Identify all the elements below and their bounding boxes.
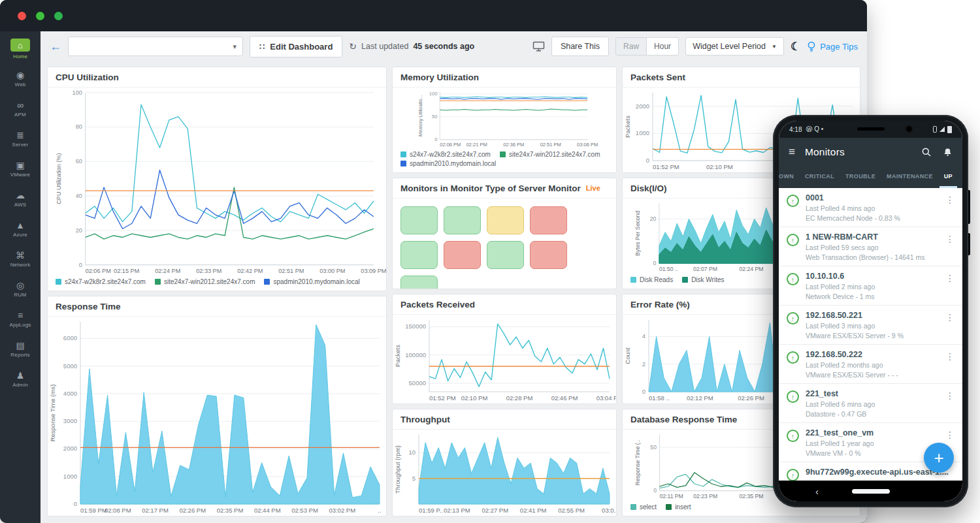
vibrate-icon bbox=[933, 126, 937, 133]
chevron-down-icon: ▼ bbox=[772, 44, 777, 50]
svg-text:20: 20 bbox=[650, 215, 657, 222]
monitor-tiles bbox=[393, 198, 616, 289]
status-up-icon: ↑ bbox=[787, 195, 799, 207]
svg-text:03:0..: 03:0.. bbox=[602, 507, 616, 514]
response-time-chart: 0100020003000400050006000Response Time (… bbox=[48, 317, 386, 516]
monitor-tile-red[interactable] bbox=[444, 241, 481, 269]
list-item[interactable]: ↑ 192.168.50.222 Last Polled 2 months ag… bbox=[779, 345, 962, 384]
share-this-button[interactable]: Share This bbox=[551, 37, 609, 56]
monitor-polled: Last Polled 3 mins ago bbox=[806, 322, 939, 330]
tab-maintenance[interactable]: MAINTENANCE bbox=[882, 166, 938, 188]
bell-icon[interactable] bbox=[943, 147, 953, 157]
last-updated-value: 45 seconds ago bbox=[413, 42, 474, 51]
lightbulb-icon bbox=[807, 41, 816, 52]
globe-icon: ◉ bbox=[16, 71, 24, 80]
svg-text:CPU Utilization (%): CPU Utilization (%) bbox=[56, 153, 62, 204]
widget-monitors-grid: Monitors in Monitor Type of Server Monit… bbox=[392, 178, 617, 289]
back-button[interactable]: ← bbox=[50, 40, 61, 54]
tab-critical[interactable]: CRITICAL bbox=[800, 166, 839, 188]
chevron-down-icon: ▾ bbox=[233, 42, 237, 51]
sidebar-item-azure[interactable]: ▲ Azure bbox=[0, 214, 41, 244]
widget-response-time: Response Time 0100020003000400050006000R… bbox=[47, 296, 387, 516]
tab-up[interactable]: UP bbox=[939, 166, 957, 188]
list-item[interactable]: ↑ 10.10.10.6 Last Polled 2 mins ago Netw… bbox=[779, 266, 962, 306]
window-zoom-button[interactable] bbox=[54, 12, 63, 20]
kebab-menu-icon[interactable]: ⋮ bbox=[945, 272, 955, 300]
azure-icon: ▲ bbox=[16, 221, 25, 230]
kebab-menu-icon[interactable]: ⋮ bbox=[945, 350, 955, 379]
svg-text:1000: 1000 bbox=[63, 473, 77, 480]
raw-toggle[interactable]: Raw bbox=[616, 38, 647, 55]
add-monitor-fab[interactable]: + bbox=[924, 443, 954, 473]
sidebar-item-vmware[interactable]: ▣ VMware bbox=[0, 154, 41, 184]
kebab-menu-icon[interactable]: ⋮ bbox=[945, 193, 955, 222]
svg-text:01:52 PM: 01:52 PM bbox=[653, 163, 679, 170]
svg-text:03:09 PM: 03:09 PM bbox=[361, 268, 386, 274]
menu-icon[interactable]: ≡ bbox=[789, 146, 795, 159]
status-up-icon: ↑ bbox=[787, 469, 799, 481]
edit-dashboard-label: Edit Dashboard bbox=[270, 42, 333, 52]
monitor-name: 192.168.50.222 bbox=[806, 350, 939, 359]
svg-text:2000: 2000 bbox=[636, 103, 649, 110]
monitor-tile-green[interactable] bbox=[444, 206, 481, 234]
nav-back-icon[interactable]: ‹ bbox=[815, 486, 819, 497]
legend-item: s24x7-w2k8r2.site24x7.com bbox=[56, 278, 146, 285]
sidebar-item-applogs[interactable]: ≡ AppLogs bbox=[0, 304, 41, 334]
monitor-name: 10.10.10.6 bbox=[806, 272, 939, 281]
widget-level-period-select[interactable]: Widget Level Period ▼ bbox=[685, 37, 784, 55]
edit-dashboard-button[interactable]: ∷ Edit Dashboard bbox=[250, 36, 342, 57]
monitor-tile-green[interactable] bbox=[400, 276, 438, 289]
svg-text:0: 0 bbox=[79, 262, 82, 268]
window-minimize-button[interactable] bbox=[36, 12, 44, 20]
monitor-type: EC Memcached Node - 0.83 % bbox=[806, 214, 939, 222]
phone-status-bar: 4:18 Ⓦ Q • bbox=[779, 121, 962, 138]
list-item[interactable]: ↑ 192.168.50.221 Last Polled 3 mins ago … bbox=[779, 306, 962, 345]
sidebar-item-admin[interactable]: ♟ Admin bbox=[0, 364, 41, 394]
svg-text:0: 0 bbox=[434, 136, 437, 142]
sidebar-item-reports[interactable]: ▤ Reports bbox=[0, 334, 41, 364]
kebab-menu-icon[interactable]: ⋮ bbox=[945, 232, 955, 261]
sidebar-item-label: AWS bbox=[14, 202, 27, 208]
widget-cpu-utilization: CPU Utilization 020406080100CPU Utilizat… bbox=[47, 67, 387, 291]
page-tips-button[interactable]: Page Tips bbox=[807, 41, 858, 52]
search-icon[interactable] bbox=[921, 147, 932, 157]
share-this-label: Share This bbox=[561, 42, 600, 51]
svg-text:5000: 5000 bbox=[63, 362, 77, 370]
monitor-tile-yellow[interactable] bbox=[487, 206, 524, 234]
sidebar-item-network[interactable]: ⌘ Network bbox=[0, 244, 41, 274]
sidebar-item-home[interactable]: ⌂ Home bbox=[0, 34, 41, 64]
sidebar-item-aws[interactable]: ☁ AWS bbox=[0, 184, 41, 214]
kebab-menu-icon[interactable]: ⋮ bbox=[945, 311, 955, 340]
refresh-icon[interactable]: ↻ bbox=[349, 41, 357, 52]
monitor-tile-green[interactable] bbox=[487, 241, 524, 269]
dark-mode-moon-icon[interactable]: ☾ bbox=[791, 40, 800, 54]
window-close-button[interactable] bbox=[18, 12, 26, 20]
status-notification-icons: Ⓦ Q • bbox=[806, 125, 823, 134]
sidebar-item-rum[interactable]: ◎ RUM bbox=[0, 274, 41, 304]
dashboard-select[interactable]: ▾ bbox=[68, 37, 243, 56]
sidebar-item-server[interactable]: ≣ Server bbox=[0, 124, 41, 154]
sidebar-item-apm[interactable]: ∞ APM bbox=[0, 94, 41, 124]
list-item[interactable]: ↑ 1 NEW-RBM-CART Last Polled 59 secs ago… bbox=[779, 227, 962, 266]
home-indicator[interactable] bbox=[852, 489, 890, 494]
monitor-type: Web Transaction (Browser) - 14641 ms bbox=[806, 253, 939, 261]
tab-trouble[interactable]: TROUBLE bbox=[841, 166, 880, 188]
tab-down[interactable]: OWN bbox=[779, 166, 798, 188]
svg-text:02:17 PM: 02:17 PM bbox=[142, 507, 169, 514]
svg-text:01:59 P..: 01:59 P.. bbox=[419, 507, 443, 514]
packets-received-chart: 50000100000150000Packets01:52 PM02:10 PM… bbox=[393, 315, 616, 404]
list-item[interactable]: ↑ 221_test Last Polled 6 mins ago Datast… bbox=[779, 384, 962, 423]
svg-text:02:06 PM: 02:06 PM bbox=[86, 268, 111, 274]
hour-toggle[interactable]: Hour bbox=[647, 38, 678, 55]
display-share-icon[interactable] bbox=[532, 41, 545, 52]
monitor-tile-red[interactable] bbox=[530, 206, 567, 234]
monitor-tile-green[interactable] bbox=[400, 241, 438, 269]
kebab-menu-icon[interactable]: ⋮ bbox=[945, 389, 955, 418]
monitor-tile-red[interactable] bbox=[530, 241, 567, 269]
svg-text:0: 0 bbox=[653, 260, 657, 266]
sidebar-item-web[interactable]: ◉ Web bbox=[0, 64, 41, 94]
list-item[interactable]: ↑ 0001 Last Polled 4 mins ago EC Memcach… bbox=[779, 188, 962, 227]
monitor-tile-green[interactable] bbox=[400, 206, 438, 234]
legend-item: select bbox=[630, 503, 657, 511]
app-window: ⌂ Home ◉ Web ∞ APM ≣ Server ▣ VMware ☁ A… bbox=[0, 0, 867, 523]
